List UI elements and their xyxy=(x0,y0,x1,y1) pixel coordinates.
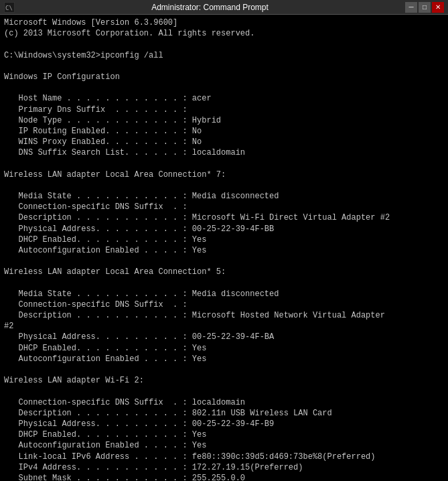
terminal-output[interactable]: Microsoft Windows [Version 6.3.9600](c) … xyxy=(0,15,448,481)
terminal-line: Physical Address. . . . . . . . . : 00-2… xyxy=(4,224,444,234)
minimize-button[interactable]: ─ xyxy=(405,2,417,13)
window-controls: ─ □ ✕ xyxy=(405,2,444,13)
terminal-line: Physical Address. . . . . . . . . : 00-2… xyxy=(4,332,444,342)
terminal-line xyxy=(4,278,444,289)
terminal-line: (c) 2013 Microsoft Corporation. All righ… xyxy=(4,28,444,39)
terminal-line: Description . . . . . . . . . . . : Micr… xyxy=(4,310,444,321)
terminal-line xyxy=(4,386,444,397)
close-button[interactable]: ✕ xyxy=(432,2,444,13)
cmd-icon: C\ xyxy=(4,2,15,13)
terminal-line: Subnet Mask . . . . . . . . . . . : 255.… xyxy=(4,473,444,481)
terminal-line: Media State . . . . . . . . . . . : Medi… xyxy=(4,191,444,202)
svg-text:C\: C\ xyxy=(5,5,13,11)
terminal-line: Physical Address. . . . . . . . . : 00-2… xyxy=(4,419,444,429)
terminal-line xyxy=(4,61,444,72)
terminal-line xyxy=(4,39,444,50)
window-title: Administrator: Command Prompt xyxy=(15,3,405,12)
terminal-line: #2 xyxy=(4,321,444,332)
window-container: C\ Administrator: Command Prompt ─ □ ✕ M… xyxy=(0,0,448,481)
terminal-line xyxy=(4,158,444,169)
terminal-line: Primary Dns Suffix . . . . . . . : xyxy=(4,105,444,115)
terminal-line: DHCP Enabled. . . . . . . . . . . : Yes xyxy=(4,343,444,354)
terminal-line: Autoconfiguration Enabled . . . . : Yes xyxy=(4,354,444,364)
terminal-line: Description . . . . . . . . . . . : 802.… xyxy=(4,408,444,419)
terminal-line: Connection-specific DNS Suffix . : xyxy=(4,299,444,310)
maximize-button[interactable]: □ xyxy=(419,2,431,13)
terminal-line: IP Routing Enabled. . . . . . . . : No xyxy=(4,126,444,137)
terminal-line: Wireless LAN adapter Local Area Connecti… xyxy=(4,169,444,180)
terminal-line: DHCP Enabled. . . . . . . . . . . : Yes xyxy=(4,234,444,245)
terminal-line: Wireless LAN adapter Local Area Connecti… xyxy=(4,267,444,277)
terminal-line xyxy=(4,180,444,191)
terminal-line: Windows IP Configuration xyxy=(4,72,444,82)
terminal-line xyxy=(4,82,444,93)
terminal-line: DHCP Enabled. . . . . . . . . . . : Yes xyxy=(4,429,444,440)
terminal-line: Node Type . . . . . . . . . . . . : Hybr… xyxy=(4,115,444,126)
terminal-line: DNS Suffix Search List. . . . . . : loca… xyxy=(4,147,444,158)
terminal-line: Wireless LAN adapter Wi-Fi 2: xyxy=(4,375,444,386)
title-bar-left: C\ xyxy=(4,2,15,13)
terminal-line: Autoconfiguration Enabled . . . . : Yes xyxy=(4,440,444,451)
terminal-line: WINS Proxy Enabled. . . . . . . . : No xyxy=(4,137,444,147)
terminal-line: Microsoft Windows [Version 6.3.9600] xyxy=(4,17,444,28)
title-bar: C\ Administrator: Command Prompt ─ □ ✕ xyxy=(0,0,448,15)
terminal-line: Autoconfiguration Enabled . . . . : Yes xyxy=(4,245,444,256)
terminal-line xyxy=(4,256,444,267)
terminal-line: Host Name . . . . . . . . . . . . : acer xyxy=(4,93,444,104)
terminal-line: Description . . . . . . . . . . . : Micr… xyxy=(4,212,444,223)
terminal-line: Connection-specific DNS Suffix . : xyxy=(4,202,444,212)
terminal-line: C:\Windows\system32>ipconfig /all xyxy=(4,50,444,61)
terminal-line: IPv4 Address. . . . . . . . . . . : 172.… xyxy=(4,462,444,473)
terminal-line xyxy=(4,364,444,375)
terminal-line: Connection-specific DNS Suffix . : local… xyxy=(4,397,444,408)
terminal-line: Link-local IPv6 Address . . . . . : fe80… xyxy=(4,452,444,462)
terminal-line: Media State . . . . . . . . . . . : Medi… xyxy=(4,289,444,299)
